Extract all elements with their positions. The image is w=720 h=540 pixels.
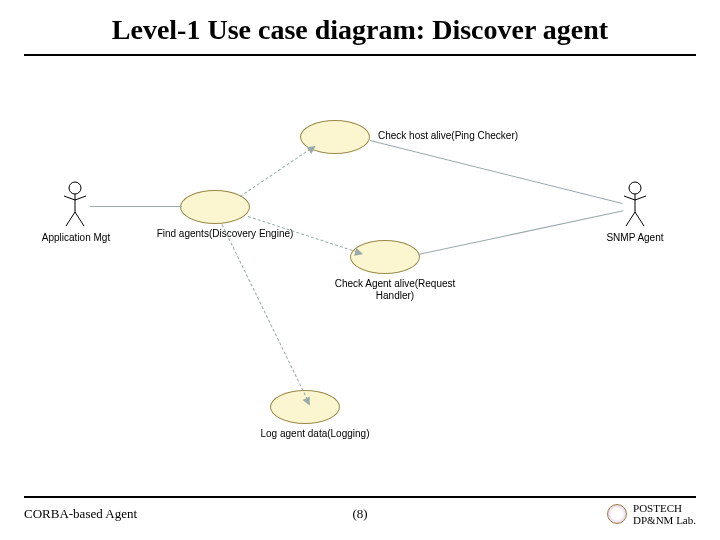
footer-right: POSTECH DP&NM Lab.: [607, 502, 696, 526]
svg-point-6: [629, 182, 641, 194]
footer: CORBA-based Agent (8) POSTECH DP&NM Lab.: [24, 502, 696, 526]
title-rule: [24, 54, 696, 56]
association-request-snmp: [418, 210, 624, 255]
usecase-request-handler-label: Check Agent alive(Request Handler): [330, 278, 460, 302]
actor-application-mgt: [60, 180, 90, 230]
footer-left: CORBA-based Agent: [24, 506, 137, 522]
footer-lab: POSTECH DP&NM Lab.: [633, 502, 696, 526]
use-case-diagram: Application Mgt SNMP Agent Check host al…: [0, 70, 720, 470]
stick-figure-icon: [620, 180, 650, 230]
association-appmgt-discovery: [90, 206, 182, 207]
actor-snmp-agent: [620, 180, 650, 230]
svg-point-0: [69, 182, 81, 194]
include-discovery-ping: [240, 146, 315, 197]
footer-rule: [24, 496, 696, 498]
actor-snmp-agent-label: SNMP Agent: [600, 232, 670, 243]
footer-lab-line2: DP&NM Lab.: [633, 514, 696, 526]
svg-line-10: [626, 212, 635, 226]
postech-logo-icon: [607, 504, 627, 524]
footer-page-number: (8): [352, 506, 367, 522]
usecase-ping-checker-label: Check host alive(Ping Checker): [378, 130, 538, 142]
usecase-logging-label: Log agent data(Logging): [250, 428, 380, 440]
svg-line-2: [64, 196, 75, 200]
svg-line-8: [624, 196, 635, 200]
svg-line-9: [635, 196, 646, 200]
svg-line-11: [635, 212, 644, 226]
actor-application-mgt-label: Application Mgt: [36, 232, 116, 243]
stick-figure-icon: [60, 180, 90, 230]
footer-lab-line1: POSTECH: [633, 502, 696, 514]
include-discovery-logging: [222, 224, 311, 404]
svg-line-4: [66, 212, 75, 226]
svg-line-5: [75, 212, 84, 226]
association-ping-snmp: [370, 140, 623, 204]
svg-line-3: [75, 196, 86, 200]
page-title: Level-1 Use case diagram: Discover agent: [0, 14, 720, 46]
